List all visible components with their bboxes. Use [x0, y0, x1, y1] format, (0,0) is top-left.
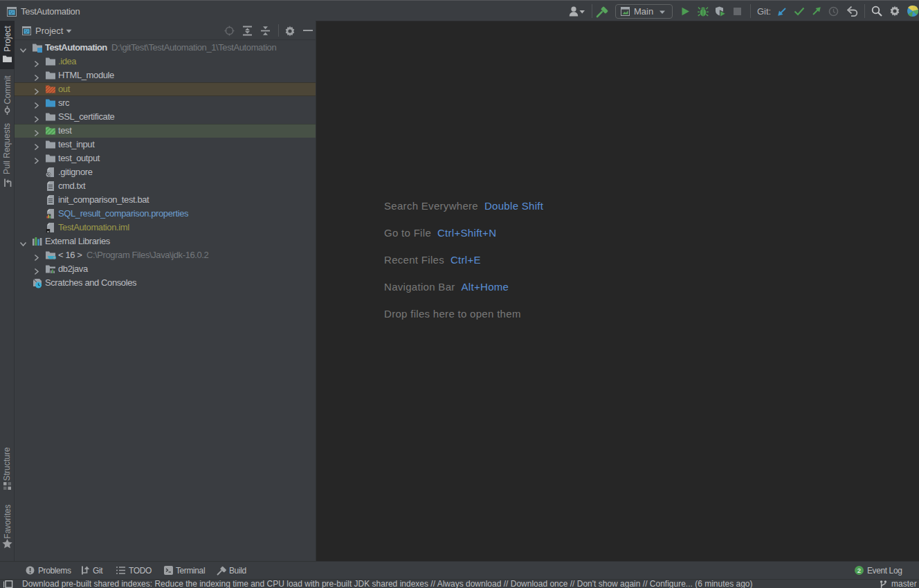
svg-text:2: 2 [857, 567, 861, 574]
